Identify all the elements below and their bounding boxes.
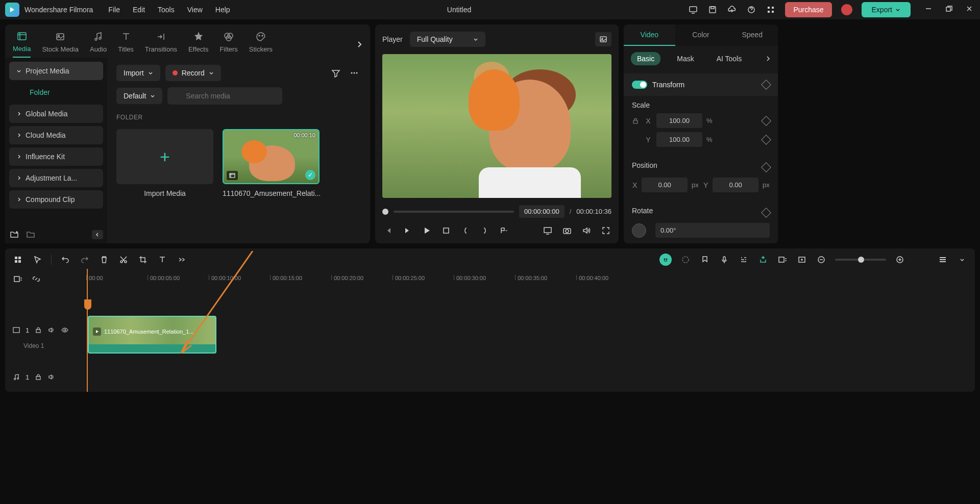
scrub-track[interactable]	[394, 211, 514, 213]
close-button[interactable]	[966, 5, 975, 14]
cut-icon[interactable]	[118, 254, 129, 265]
purchase-button[interactable]: Purchase	[785, 2, 831, 17]
minimize-button[interactable]	[925, 5, 934, 14]
menu-tools[interactable]: Tools	[158, 6, 175, 14]
snapshot-icon[interactable]	[595, 32, 611, 46]
menu-edit[interactable]: Edit	[133, 6, 145, 14]
tab-stock-media[interactable]: Stock Media	[42, 30, 79, 57]
track-view-dropdown[interactable]	[957, 254, 968, 265]
pos-x-input[interactable]	[642, 178, 688, 192]
mute-track-icon[interactable]	[47, 373, 56, 381]
sidebar-adjustment-layer[interactable]: Adjustment La...	[9, 169, 103, 187]
inspector-tab-video[interactable]: Video	[624, 24, 675, 46]
timeline-ruler[interactable]: 00:00 00:00:05:00 00:00:10:00 00:00:15:0…	[86, 271, 968, 287]
import-media-card[interactable]: + Import Media	[116, 129, 213, 197]
rotate-dial[interactable]	[632, 223, 646, 238]
tab-effects[interactable]: Effects	[188, 30, 209, 57]
zoom-out-icon[interactable]	[816, 254, 827, 265]
keyframe-diamond-icon[interactable]	[761, 135, 771, 145]
undo-icon[interactable]	[60, 254, 71, 265]
transform-toggle[interactable]	[632, 81, 647, 89]
mark-in-icon[interactable]	[460, 225, 471, 236]
mark-out-icon[interactable]	[479, 225, 491, 236]
video-track-header[interactable]: 1	[12, 323, 80, 337]
preview-video[interactable]	[382, 54, 611, 198]
camera-icon[interactable]	[561, 225, 573, 236]
color-icon[interactable]	[680, 254, 691, 265]
tabs-next-icon[interactable]	[356, 40, 362, 49]
keyframe-diamond-icon[interactable]	[761, 116, 771, 126]
timeline-cut-icon[interactable]	[12, 273, 23, 285]
volume-icon[interactable]	[581, 225, 592, 236]
zoom-in-icon[interactable]	[894, 254, 905, 265]
scale-y-input[interactable]	[656, 132, 702, 147]
more-tools-icon[interactable]	[176, 254, 187, 265]
lock-track-icon[interactable]	[34, 373, 42, 381]
fullscreen-icon[interactable]	[600, 225, 611, 236]
maximize-button[interactable]	[945, 5, 954, 14]
collapse-sidebar-icon[interactable]	[92, 230, 103, 239]
select-mode-icon[interactable]	[12, 254, 23, 265]
sidebar-influence-kit[interactable]: Influence Kit	[9, 147, 103, 166]
sort-dropdown[interactable]: Default	[116, 88, 162, 104]
link-icon[interactable]	[31, 273, 42, 285]
visibility-track-icon[interactable]	[61, 326, 69, 334]
cloud-icon[interactable]	[727, 5, 737, 15]
tab-transitions[interactable]: Transitions	[145, 30, 177, 57]
subtab-ai-tools[interactable]: AI Tools	[710, 52, 748, 65]
marker-dropdown[interactable]	[499, 225, 510, 236]
cursor-icon[interactable]	[32, 254, 43, 265]
sidebar-folder[interactable]: Folder	[9, 83, 103, 102]
marker-icon[interactable]	[699, 254, 710, 265]
tab-titles[interactable]: Titles	[118, 30, 134, 57]
sidebar-project-media[interactable]: Project Media	[9, 62, 103, 80]
track-view-icon[interactable]	[937, 254, 948, 265]
sidebar-compound-clip[interactable]: Compound Clip	[9, 190, 103, 209]
crop-icon[interactable]	[137, 254, 149, 265]
rotate-input[interactable]	[655, 223, 770, 238]
keyframe-diamond-icon[interactable]	[761, 80, 771, 90]
display-icon[interactable]	[542, 225, 553, 236]
inspector-tab-color[interactable]: Color	[675, 24, 727, 46]
quality-dropdown[interactable]: Full Quality	[410, 32, 485, 47]
lock-icon[interactable]	[632, 117, 640, 124]
tab-stickers[interactable]: Stickers	[249, 30, 273, 57]
screenshot-icon[interactable]	[796, 254, 807, 265]
subtabs-next-icon[interactable]	[766, 55, 771, 62]
more-icon[interactable]	[348, 66, 361, 80]
filter-icon[interactable]	[329, 66, 342, 80]
redo-icon[interactable]	[79, 254, 90, 265]
stop-icon[interactable]	[440, 225, 452, 236]
sidebar-global-media[interactable]: Global Media	[9, 105, 103, 123]
search-input[interactable]	[167, 87, 282, 105]
mic-icon[interactable]	[719, 254, 730, 265]
pos-y-input[interactable]	[713, 178, 758, 192]
keyframe-diamond-icon[interactable]	[761, 162, 771, 172]
import-dropdown[interactable]: Import	[116, 65, 160, 81]
new-bin-icon[interactable]	[26, 229, 36, 239]
tab-audio[interactable]: Audio	[90, 30, 107, 57]
text-icon[interactable]	[157, 254, 168, 265]
audio-mix-icon[interactable]	[738, 254, 749, 265]
subtab-mask[interactable]: Mask	[671, 52, 700, 65]
subtab-basic[interactable]: Basic	[631, 52, 660, 65]
help-icon[interactable]	[746, 5, 756, 15]
user-avatar[interactable]	[841, 4, 852, 15]
menu-view[interactable]: View	[187, 6, 203, 14]
add-track-icon[interactable]	[777, 254, 788, 265]
play-icon[interactable]	[421, 225, 432, 236]
export-button[interactable]: Export	[862, 2, 911, 17]
audio-track-header[interactable]: 1	[12, 370, 80, 384]
menu-help[interactable]: Help	[215, 6, 230, 14]
media-clip-card[interactable]: 00:00:10 ✓ 1110670_Amusement_Relati...	[223, 129, 320, 197]
apps-icon[interactable]	[766, 5, 776, 15]
delete-icon[interactable]	[99, 254, 110, 265]
lock-track-icon[interactable]	[34, 326, 42, 334]
mute-track-icon[interactable]	[47, 326, 56, 334]
tracks-area[interactable]	[87, 287, 975, 392]
scale-x-input[interactable]	[656, 113, 702, 128]
timeline-clip[interactable]: 1110670_Amusement_Relation_1...	[88, 316, 216, 354]
scrub-thumb[interactable]	[382, 209, 388, 215]
prev-frame-icon[interactable]	[382, 225, 394, 236]
playhead[interactable]	[87, 269, 88, 392]
